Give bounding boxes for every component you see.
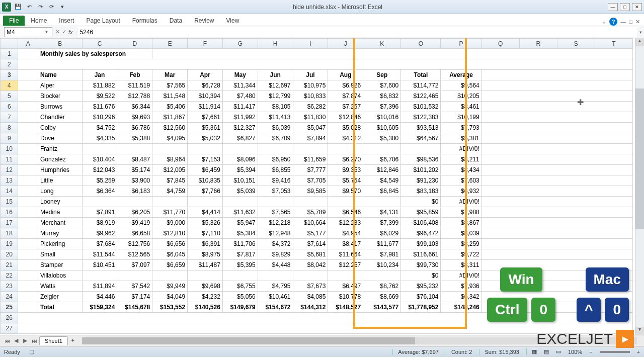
data-cell[interactable]: $4,335 <box>82 133 117 144</box>
view-pagebreak-icon[interactable]: ▭ <box>556 348 561 355</box>
data-cell[interactable] <box>82 197 117 207</box>
data-cell[interactable] <box>222 270 258 281</box>
data-cell[interactable]: $5,056 <box>222 292 258 302</box>
data-cell[interactable] <box>222 197 258 207</box>
data-cell[interactable]: $5,394 <box>222 165 258 175</box>
name-cell[interactable]: Zeigler <box>38 292 83 302</box>
table-row[interactable]: 17Merchant$8,919$9,419$9,000$5,326$5,947… <box>1 218 633 228</box>
data-cell[interactable]: $6,459 <box>188 165 223 175</box>
row-header[interactable]: 18 <box>1 228 18 239</box>
data-cell[interactable]: $7,684 <box>82 239 117 249</box>
data-cell[interactable]: $144,312 <box>293 302 328 313</box>
data-cell[interactable]: $7,110 <box>188 228 223 239</box>
data-cell[interactable]: $114,772 <box>401 80 441 91</box>
data-cell[interactable]: $12,233 <box>328 218 363 228</box>
data-cell[interactable]: $5,381 <box>441 133 481 144</box>
data-cell[interactable]: $9,564 <box>441 80 481 91</box>
data-cell[interactable]: $8,042 <box>293 260 328 270</box>
data-cell[interactable]: $11,487 <box>188 260 223 270</box>
data-cell[interactable] <box>117 144 152 154</box>
row-header[interactable]: 26 <box>1 313 18 323</box>
col-header[interactable]: O <box>401 39 441 49</box>
name-cell[interactable]: Pickering <box>38 239 83 249</box>
data-cell[interactable]: $8,039 <box>441 228 481 239</box>
data-cell[interactable]: $6,786 <box>117 123 152 133</box>
data-cell[interactable]: $140,526 <box>188 302 223 313</box>
data-cell[interactable]: $154,672 <box>258 302 293 313</box>
data-cell[interactable]: $8,096 <box>222 154 258 165</box>
data-cell[interactable]: $6,282 <box>293 102 328 112</box>
data-cell[interactable]: $11,548 <box>152 91 188 102</box>
data-cell[interactable] <box>117 197 152 207</box>
sheet-tab[interactable]: Sheet1 <box>39 336 68 345</box>
data-cell[interactable]: $7,874 <box>328 91 363 102</box>
name-cell[interactable]: Blocker <box>38 91 83 102</box>
row-header[interactable]: 15 <box>1 197 18 207</box>
data-cell[interactable]: $10,664 <box>293 218 328 228</box>
data-cell[interactable]: $9,962 <box>82 228 117 239</box>
data-cell[interactable] <box>188 144 223 154</box>
col-header[interactable]: R <box>519 39 557 49</box>
data-cell[interactable]: $9,570 <box>328 186 363 197</box>
row-header[interactable]: 11 <box>1 154 18 165</box>
data-cell[interactable]: $8,762 <box>363 281 401 292</box>
data-cell[interactable]: $6,658 <box>117 228 152 239</box>
row-header[interactable]: 20 <box>1 249 18 260</box>
data-cell[interactable] <box>363 270 401 281</box>
data-cell[interactable]: $12,257 <box>328 260 363 270</box>
data-cell[interactable]: $5,947 <box>222 218 258 228</box>
data-cell[interactable]: $76,104 <box>401 292 441 302</box>
formula-input[interactable] <box>78 27 637 37</box>
data-cell[interactable]: $1,778,952 <box>401 302 441 313</box>
sheet-nav-last-icon[interactable]: ⏭ <box>30 338 38 344</box>
save-icon[interactable]: 💾 <box>13 2 23 12</box>
data-cell[interactable]: $12,560 <box>152 123 188 133</box>
data-cell[interactable]: $95,232 <box>401 281 441 292</box>
data-cell[interactable] <box>293 197 328 207</box>
zoom-level[interactable]: 100% <box>568 349 582 355</box>
data-cell[interactable]: $3,900 <box>117 175 152 186</box>
data-cell[interactable]: $7,661 <box>188 112 223 123</box>
row-header[interactable]: 5 <box>1 91 18 102</box>
data-cell[interactable]: $149,679 <box>222 302 258 313</box>
data-cell[interactable]: $101,202 <box>401 165 441 175</box>
data-cell[interactable]: $7,777 <box>293 165 328 175</box>
data-cell[interactable]: $8,975 <box>188 249 223 260</box>
data-cell[interactable]: $9,416 <box>258 175 293 186</box>
data-cell[interactable]: $7,097 <box>117 260 152 270</box>
tab-insert[interactable]: Insert <box>53 16 80 26</box>
col-header[interactable]: Q <box>481 39 519 49</box>
col-header[interactable]: P <box>441 39 481 49</box>
data-cell[interactable]: $5,326 <box>188 218 223 228</box>
data-cell[interactable] <box>363 144 401 154</box>
data-cell[interactable]: $10,975 <box>293 80 328 91</box>
data-cell[interactable]: $6,845 <box>363 186 401 197</box>
data-cell[interactable]: $6,827 <box>222 133 258 144</box>
data-cell[interactable] <box>363 197 401 207</box>
tab-home[interactable]: Home <box>25 16 53 26</box>
data-cell[interactable]: $5,047 <box>293 123 328 133</box>
data-cell[interactable] <box>152 270 188 281</box>
data-cell[interactable]: $6,706 <box>363 154 401 165</box>
col-header[interactable]: T <box>595 39 632 49</box>
data-cell[interactable]: $11,677 <box>363 239 401 249</box>
sheet-nav-next-icon[interactable]: ▶ <box>21 337 29 344</box>
data-cell[interactable]: $8,867 <box>441 218 481 228</box>
data-cell[interactable]: $4,085 <box>293 292 328 302</box>
data-cell[interactable]: $11,413 <box>258 112 293 123</box>
data-cell[interactable]: $6,364 <box>82 186 117 197</box>
tab-page-layout[interactable]: Page Layout <box>80 16 126 26</box>
data-cell[interactable]: $7,614 <box>293 239 328 249</box>
formula-expand-icon[interactable]: ▾ <box>637 30 644 35</box>
data-cell[interactable]: $7,766 <box>188 186 223 197</box>
data-cell[interactable]: $5,039 <box>222 186 258 197</box>
data-cell[interactable]: $4,232 <box>188 292 223 302</box>
data-cell[interactable]: $64,567 <box>401 133 441 144</box>
data-cell[interactable]: $7,153 <box>188 154 223 165</box>
data-cell[interactable]: $8,417 <box>328 239 363 249</box>
name-cell[interactable]: Colby <box>38 123 83 133</box>
table-row[interactable]: 19Pickering$7,684$12,756$6,656$6,391$11,… <box>1 239 633 249</box>
data-cell[interactable]: $6,656 <box>152 239 188 249</box>
data-cell[interactable]: $7,565 <box>152 80 188 91</box>
data-cell[interactable]: $4,446 <box>82 292 117 302</box>
